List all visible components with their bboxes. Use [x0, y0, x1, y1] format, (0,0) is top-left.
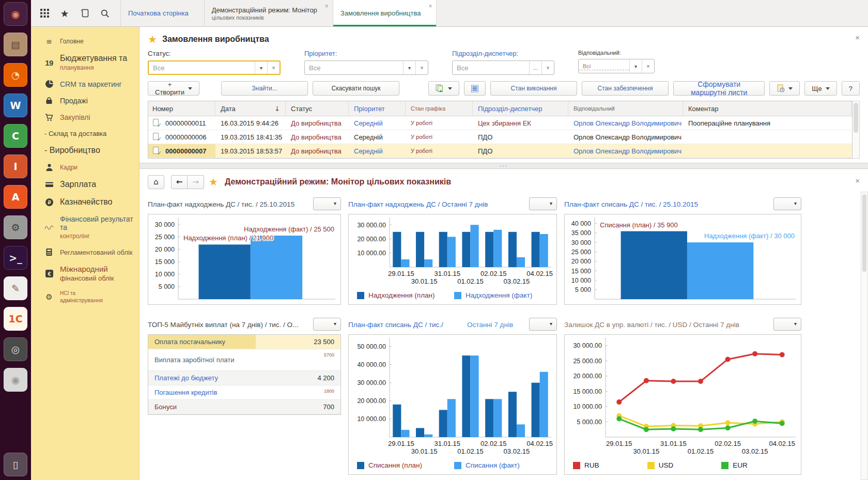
ubuntu-software-icon[interactable]: A — [3, 184, 28, 209]
system-settings-icon[interactable]: ⚙ — [3, 215, 28, 240]
execution-state-button[interactable]: Стан виконання — [490, 81, 577, 96]
sidebar-item-4[interactable]: Закупівлі — [31, 109, 139, 126]
column-header-4[interactable]: Стан графіка — [406, 101, 473, 116]
status-filter: Статус:Все▾× — [148, 50, 281, 75]
history-icon[interactable] — [80, 8, 90, 19]
favorites-icon[interactable]: ★ — [59, 8, 70, 19]
trash-icon[interactable]: ▯ — [3, 452, 28, 477]
close-orders-panel-icon[interactable]: × — [855, 33, 860, 42]
libreoffice-writer-icon[interactable]: W — [3, 93, 28, 118]
ellipsis-icon[interactable]: ... — [529, 61, 541, 74]
table-row[interactable]: ✓0000000000619.03.2015 18:41:35До виробн… — [148, 130, 852, 144]
search-icon[interactable] — [100, 8, 110, 19]
column-header-3[interactable]: Пріоритет — [349, 101, 406, 116]
column-header-2[interactable]: Статус — [286, 101, 349, 116]
tab-home[interactable]: Початкова сторінка — [120, 0, 204, 26]
clear-icon[interactable]: × — [415, 61, 428, 74]
sidebar-item-7[interactable]: Кадри — [31, 159, 139, 176]
sidebar-item-12[interactable]: €Міжнароднийфінансовий облік — [31, 260, 139, 286]
help-button[interactable]: ? — [842, 81, 860, 96]
column-header-1[interactable]: Дата↓ — [215, 101, 286, 116]
favorite-star-icon[interactable]: ★ — [148, 33, 157, 45]
sidebar-item-8[interactable]: Зарплата — [31, 176, 139, 193]
dropdown-icon[interactable]: ▾ — [629, 59, 642, 73]
libreoffice-calc-icon[interactable]: C — [3, 123, 28, 148]
favorite-star-icon[interactable]: ★ — [209, 176, 218, 188]
tab-monitor[interactable]: Демонстраційний режим: Моніторцільових п… — [204, 0, 333, 26]
firefox-icon[interactable]: ◔ — [3, 63, 28, 87]
sidebar-item-2[interactable]: CRM та маркетинг — [31, 75, 139, 92]
screenshot-icon[interactable]: ◎ — [3, 337, 28, 362]
more-button[interactable]: Ще — [804, 81, 836, 96]
app-menu-icon[interactable] — [39, 8, 50, 19]
report-button[interactable] — [769, 81, 800, 96]
priority-filter-input[interactable]: Все▾× — [304, 60, 428, 75]
monitor-scrollbar[interactable] — [861, 192, 868, 480]
top5-row[interactable]: Оплата постачальнику23 500 — [148, 335, 340, 349]
orders-table-scrollbar[interactable] — [853, 101, 860, 159]
close-tab-icon[interactable]: × — [325, 3, 329, 10]
dropdown-icon[interactable]: ▾ — [403, 61, 415, 74]
widget-period-select[interactable]: ▾ — [773, 197, 801, 210]
clear-icon[interactable]: × — [642, 59, 654, 73]
find-button[interactable]: Знайти... — [221, 81, 308, 96]
text-editor-icon[interactable]: ✎ — [3, 276, 28, 301]
sidebar-item-13[interactable]: ⚙НСІ таадміністрування — [31, 286, 139, 307]
sidebar-item-1[interactable]: 19Бюджетування тапланування — [31, 50, 139, 75]
terminal-icon[interactable]: >_ — [3, 245, 28, 270]
widget-period-select[interactable]: ▾ — [313, 197, 341, 210]
sidebar-item-11[interactable]: Регламентований облік — [31, 244, 139, 260]
scrollbar-thumb[interactable] — [862, 194, 866, 272]
top5-row[interactable]: Погашення кредитів1800 — [148, 385, 340, 400]
list-settings-button[interactable] — [464, 81, 486, 96]
splitter-handle-icon[interactable]: ∙∙∙ — [500, 165, 508, 167]
tab-production-orders[interactable]: Замовлення виробництва× — [333, 0, 437, 26]
create-button[interactable]: + Створити — [148, 81, 199, 96]
libreoffice-impress-icon[interactable]: I — [3, 154, 28, 179]
sidebar-item-9[interactable]: ₽Казначейство — [31, 193, 139, 211]
close-tab-icon[interactable]: × — [428, 3, 432, 10]
button-label: + Створити — [155, 81, 184, 96]
supply-state-button[interactable]: Стан забезпечення — [582, 81, 669, 96]
clear-icon[interactable]: × — [541, 61, 554, 74]
cancel-search-button[interactable]: Скасувати пошук — [313, 81, 399, 96]
column-header-7[interactable]: Коментар — [683, 101, 852, 116]
dropdown-icon[interactable]: ▾ — [255, 61, 267, 74]
dash-home-icon[interactable]: ◉ — [3, 2, 28, 26]
top5-row[interactable]: Платежі до бюджету4 200 — [148, 371, 340, 385]
top5-row[interactable]: Бонуси700 — [148, 400, 340, 414]
table-row[interactable]: ✓0000000001116.03.2015 9:44:26До виробни… — [148, 116, 852, 130]
sidebar-item-0[interactable]: ≡Головне — [31, 33, 139, 50]
widget-period-select[interactable]: ▾ — [773, 318, 801, 331]
legend-label: Списання (план) — [368, 461, 422, 469]
back-button[interactable]: ← — [171, 175, 188, 189]
status-filter-input[interactable]: Все▾× — [148, 60, 281, 75]
sidebar-item-6[interactable]: - Виробництво — [31, 142, 139, 159]
plan-fact-writeoff-today-chart: 40 00035 00030 00025 00020 00015 00010 0… — [565, 214, 801, 303]
1c-enterprise-icon[interactable]: 1С — [3, 306, 28, 331]
route-lists-button[interactable]: Сформувати маршрутні листи — [673, 81, 765, 96]
close-monitor-panel-icon[interactable]: × — [855, 176, 860, 185]
widget-period-select[interactable]: ▾ — [529, 197, 557, 210]
widget-period-select[interactable]: ▾ — [313, 318, 341, 331]
column-header-5[interactable]: Підрозділ-диспетчер — [473, 101, 568, 116]
clear-icon[interactable]: × — [267, 61, 280, 74]
table-row[interactable]: ✓0000000000719.03.2015 18:53:57До виробн… — [148, 144, 852, 158]
legend-swatch — [647, 462, 655, 469]
widget-period-select[interactable]: ▾ — [529, 318, 557, 331]
sidebar-item-5[interactable]: - Склад та доставка — [31, 126, 139, 142]
column-header-0[interactable]: Номер — [148, 101, 215, 116]
dispatcher-filter-input[interactable]: Все...× — [452, 60, 554, 75]
disc-burner-icon[interactable]: ◉ — [3, 367, 28, 392]
copy-button[interactable] — [428, 81, 459, 96]
sidebar-item-10[interactable]: Фінансовий результат таконтролінг — [31, 211, 139, 244]
sidebar-item-3[interactable]: Продажі — [31, 92, 139, 109]
column-header-6[interactable]: Відповідальний — [568, 101, 683, 116]
forward-button[interactable]: → — [188, 175, 204, 189]
responsible-filter-input[interactable]: Всі▾× — [578, 59, 655, 73]
scrollbar-thumb[interactable] — [854, 103, 858, 133]
panel-splitter[interactable]: ∙∙∙ — [140, 163, 868, 169]
top5-row[interactable]: Виплата заробітної плати5700 — [148, 349, 340, 371]
home-button[interactable]: ⌂ — [148, 175, 164, 189]
file-manager-icon[interactable]: ▤ — [3, 32, 28, 57]
